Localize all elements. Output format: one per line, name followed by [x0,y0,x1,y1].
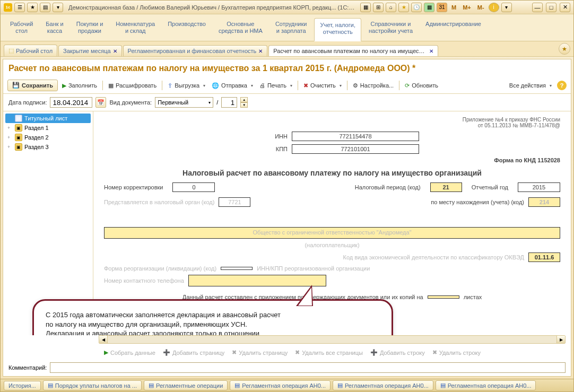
print-button[interactable]: 🖨Печать [257,81,294,90]
tb-icon-2[interactable]: ⊞ [373,3,384,12]
place-field[interactable]: 214 [528,197,560,207]
nav-desktop[interactable]: Рабочий стол [5,18,38,41]
kpp-field[interactable]: 772101001 [292,144,419,154]
refresh-button[interactable]: ⟳Обновить [403,81,440,90]
m-button[interactable]: M [449,4,458,11]
scroll-right-icon: ▶ [556,336,565,343]
tree-title-page[interactable]: ▤Титульный лист [5,114,91,123]
tab-month-close[interactable]: Закрытие месяца✕ [58,45,122,56]
history-button[interactable]: История... [4,381,41,390]
calendar-icon[interactable]: 📅 [95,97,106,108]
help-icon[interactable]: ? [557,81,567,90]
nav-purchases[interactable]: Покупки и продажи [71,18,109,41]
attach-pages-field[interactable] [428,295,459,299]
sb-item-1[interactable]: ▤Регламентные операции [144,380,228,390]
upload-button[interactable]: ⇪Выгрузка [166,81,207,90]
expand-icon[interactable]: + [7,135,13,140]
star-icon[interactable]: ★ [27,3,38,12]
date-icon[interactable]: 31 [437,3,447,12]
nav-accounting[interactable]: Учет, налоги, отчетность [314,18,361,41]
close-button[interactable]: ✕ [560,3,570,12]
tab-close-icon[interactable]: ✕ [113,48,117,54]
tree-section-2[interactable]: +▣Раздел 2 [5,133,91,142]
year-field[interactable]: 2015 [518,182,560,192]
m-minus-button[interactable]: M- [475,4,486,11]
expand-icon[interactable]: + [7,125,13,130]
folder-icon: ▣ [15,143,22,151]
favorite-toggle[interactable]: ★ [559,43,570,55]
dropdown-icon[interactable]: ▾ [53,3,63,12]
meta-row: Дата подписи: 📅 Вид документа: Первичный… [3,94,571,111]
tab-close-icon[interactable]: ✕ [258,48,263,54]
tab-reports[interactable]: Регламентированная и финансовая отчетнос… [123,45,268,56]
save-icon: 💾 [12,82,20,89]
maximize-button[interactable]: □ [546,3,556,12]
minimize-button[interactable]: — [532,3,543,12]
all-actions-button[interactable]: Все действия [507,81,554,90]
nav-production[interactable]: Производство [162,18,211,41]
okved-field[interactable]: 01.11.6 [528,252,560,262]
m-plus-button[interactable]: M+ [460,4,473,11]
tree-section-3[interactable]: +▣Раздел 3 [5,142,91,152]
period-row: Номер корректировки 0 Налоговый период (… [104,182,560,192]
info-icon[interactable]: i [489,3,499,12]
upload-icon: ⇪ [168,82,172,89]
nav-bank[interactable]: Банк и касса [40,18,68,41]
tb-icon-3[interactable]: ⌂ [386,3,396,12]
sb-item-3[interactable]: ▤Регламентная операция АН0... [333,380,433,390]
titlebar: 1c ☰ ★ ▤ ▾ Демонстрационная база / Любим… [1,1,573,14]
spin-up-icon: ▲ [240,97,248,102]
clear-button[interactable]: ✖Очистить [301,81,344,90]
print-icon: 🖨 [259,82,265,89]
sb-item-4[interactable]: ▤Регламентная операция АН0... [436,380,536,390]
corr-label: Номер корректировки [104,184,163,190]
nav-directories[interactable]: Справочники и настройки учета [363,18,418,41]
info-callout: С 2015 года автоматически заполняется де… [32,299,393,335]
doc-type-select[interactable]: Первичный▾ [155,97,213,108]
decrypt-button: ▦Расшифровать [106,81,159,90]
send-button[interactable]: 🌐Отправка [210,81,255,90]
menu-icon[interactable]: ☰ [14,3,25,12]
sign-date-input[interactable] [50,97,92,108]
save-button[interactable]: 💾Сохранить [7,80,58,91]
app-window: 1c ☰ ★ ▤ ▾ Демонстрационная база / Любим… [0,0,574,392]
fill-button[interactable]: ▶Заполнить [60,81,99,90]
page-input[interactable] [221,97,237,108]
folder-icon: ▣ [15,124,22,132]
info-dropdown[interactable]: ▾ [501,3,512,12]
tb-icon-1[interactable]: ▦ [360,3,371,12]
doc-icon[interactable]: ▤ [40,3,50,12]
page-spinner[interactable]: ▲▼ [240,97,248,108]
attach-text-2: листах [464,294,482,300]
del-row-button: ✖Удалить строку [430,348,483,357]
fav-icon[interactable]: ★ [398,3,409,12]
tree-section-1[interactable]: +▣Раздел 1 [5,123,91,133]
refresh-icon: ⟳ [405,82,410,89]
tab-desktop[interactable]: ⬚Рабочий стол [4,45,57,56]
expand-icon[interactable]: + [7,144,13,150]
sb-item-0[interactable]: ▤Порядок уплаты налогов на ... [43,380,142,390]
knd-label: Форма по КНД 1152028 [104,157,560,163]
reorg-field[interactable] [221,267,253,270]
nav-employees[interactable]: Сотрудники и зарплата [270,18,312,41]
nav-nomenclature[interactable]: Номенклатура и склад [110,18,160,41]
tab-calculation[interactable]: Расчет по авансовым платежам по налогу н… [268,45,438,56]
reorg-label: Форма реорганизации (ликвидации) (код) [104,265,216,272]
doc-type-label: Вид документа: [109,99,152,106]
sb-item-2[interactable]: ▤Регламентная операция АН0... [230,380,331,390]
corr-field[interactable]: 0 [172,182,215,192]
period-field[interactable]: 21 [430,182,462,192]
tab-close-icon[interactable]: ✕ [429,48,433,54]
org-name-field[interactable]: Общество с ограниченной ответственностью… [104,227,560,239]
calc-icon[interactable]: ▦ [424,3,434,12]
clock-icon[interactable]: 🕓 [411,3,422,12]
h-scrollbar[interactable]: ◀▶ [99,335,566,344]
settings-button[interactable]: ⚙Настройка... [351,81,396,90]
phone-label: Номер контактного телефона [104,277,184,284]
place-label: по месту нахождения (учета) (код) [431,199,524,205]
comment-input[interactable] [50,362,566,373]
inn-field[interactable]: 7721154478 [292,132,419,141]
kpp-label: КПП [245,146,288,152]
nav-admin[interactable]: Администрирование [420,18,486,41]
nav-assets[interactable]: Основные средства и НМА [213,18,268,41]
